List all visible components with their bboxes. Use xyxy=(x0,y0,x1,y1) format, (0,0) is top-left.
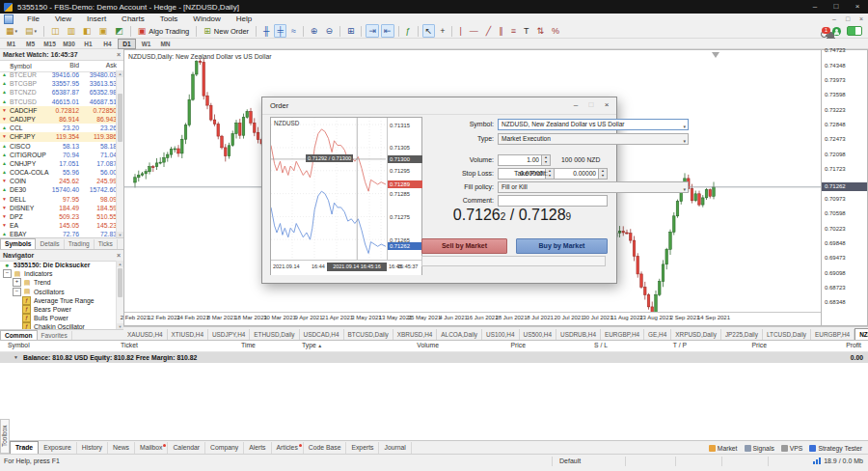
toolbox-tab-alerts[interactable]: Alerts xyxy=(244,442,271,454)
market-watch-row[interactable]: ▲CNHJPY17.05117.087 xyxy=(0,159,117,168)
timeframe-m1[interactable]: M1 xyxy=(2,39,20,49)
market-watch-row[interactable]: ▼CHFJPY119.354119.386 xyxy=(0,132,117,141)
restore-button[interactable]: □ xyxy=(826,0,847,14)
column-header-ticket[interactable]: Ticket xyxy=(121,342,138,348)
chart-window-icon[interactable] xyxy=(4,14,14,24)
navigator-item[interactable]: −▤Indicators xyxy=(0,269,117,278)
fibonacci-button[interactable]: ≡ xyxy=(508,24,519,38)
market-watch-row[interactable]: ▲BTCUSD46615.0146687.51 xyxy=(0,97,117,106)
column-header-volume[interactable]: Volume xyxy=(417,342,439,348)
toolbox-tab-exposure[interactable]: Exposure xyxy=(39,442,77,454)
fill-policy-select[interactable]: Fill or Kill ▾ xyxy=(498,181,689,193)
menu-charts[interactable]: Charts xyxy=(114,14,152,24)
order-dialog-titlebar[interactable]: Order – □ × xyxy=(262,97,616,115)
market-watch-tab-symbols[interactable]: Symbols xyxy=(0,238,36,249)
market-watch-row[interactable]: ▼CADJPY86.91486.943 xyxy=(0,115,117,124)
market-watch-row[interactable]: ▲CISCO58.1358.18 xyxy=(0,142,117,151)
market-watch-scrollbar[interactable]: ▲ ▼ xyxy=(116,70,123,238)
dialog-minimize-button[interactable]: – xyxy=(568,97,583,113)
bar-chart-mode-button[interactable]: ╫ xyxy=(260,24,272,38)
column-header-time[interactable]: Time xyxy=(241,342,256,348)
indicators-button[interactable]: ƒ xyxy=(403,24,414,38)
menu-help[interactable]: Help xyxy=(229,14,259,24)
toolbox-tab-history[interactable]: History xyxy=(77,442,108,454)
toolbox-tab-news[interactable]: News xyxy=(108,442,135,454)
toolbox-tab-code-base[interactable]: Code Base xyxy=(304,442,347,454)
spin-down-icon[interactable]: ▼ xyxy=(542,160,550,165)
column-ask[interactable]: Ask xyxy=(80,62,117,69)
market-watch-row[interactable]: ▼COIN245.62245.99 xyxy=(0,177,117,185)
order-type-select[interactable]: Market Execution ▾ xyxy=(498,133,689,145)
chart-shift-button[interactable]: ⇤ xyxy=(381,24,394,38)
panel-button-signals[interactable]: Signals xyxy=(745,445,774,452)
menu-window[interactable]: Window xyxy=(185,14,228,24)
profiles-button[interactable]: ▤▾ xyxy=(22,24,40,38)
navigator-item[interactable]: ƒAverage True Range xyxy=(0,296,117,305)
text-button[interactable]: T xyxy=(521,24,532,38)
volume-stepper[interactable]: ▲▼ xyxy=(542,154,551,166)
collapse-chevron-icon[interactable]: ▼ xyxy=(14,352,18,363)
column-header-price[interactable]: Price xyxy=(511,342,527,348)
toolbox-tab-trade[interactable]: Trade xyxy=(10,441,39,455)
market-watch-row[interactable]: ▼EA145.05145.23 xyxy=(0,221,117,230)
toolbox-tab-company[interactable]: Company xyxy=(205,442,244,454)
navigator-toggle[interactable]: ◧ xyxy=(80,24,95,38)
navigator-item[interactable]: ƒBears Power xyxy=(0,305,117,314)
toolbox-tab-experts[interactable]: Experts xyxy=(346,442,379,454)
equidistant-channel-button[interactable]: ∥ xyxy=(496,24,506,38)
toolbox-side-tab[interactable]: Toolbox xyxy=(0,419,10,454)
horizontal-line-button[interactable]: — xyxy=(467,24,481,38)
toolbox-tab-journal[interactable]: Journal xyxy=(379,442,411,454)
market-watch-row[interactable]: ▼DELL97.9598.09 xyxy=(0,195,117,204)
minimize-button[interactable]: – xyxy=(804,0,826,14)
status-profile[interactable]: Default xyxy=(559,457,581,464)
market-watch-row[interactable]: ▲BTCEUR39416.0639480.03 xyxy=(0,70,117,79)
trendline-button[interactable]: ╱ xyxy=(483,24,494,38)
buy-by-market-button[interactable]: Buy by Market xyxy=(516,238,608,254)
timeframe-m15[interactable]: M15 xyxy=(41,39,59,49)
algo-trading-button[interactable]: ▣Algo Trading xyxy=(135,24,193,38)
candlestick-mode-button[interactable]: ╪ xyxy=(274,24,285,38)
arrows-button[interactable]: ⇅ xyxy=(533,24,547,38)
zoom-in-button[interactable]: ⊕ xyxy=(308,24,321,38)
market-watch-row[interactable]: ▲BTCNZD65387.8765352.98 xyxy=(0,88,117,97)
timeframe-h1[interactable]: H1 xyxy=(79,39,97,49)
volume-input[interactable]: 1.00 xyxy=(498,154,542,166)
auto-scroll-button[interactable]: ⇥ xyxy=(366,24,379,38)
market-watch-tab-details[interactable]: Details xyxy=(36,239,64,249)
toolbox-tab-calendar[interactable]: Calendar xyxy=(168,442,205,454)
balance-row[interactable]: ▼ Balance: 810.82 USD Equity: 810.82 Fre… xyxy=(0,352,868,363)
sell-by-market-button[interactable]: Sell by Market xyxy=(421,238,507,254)
symbol-select[interactable]: NZDUSD, New Zealand Dollar vs US Dollar … xyxy=(498,119,689,130)
toolbox-tab-articles[interactable]: Articles xyxy=(272,442,304,454)
market-watch-toggle[interactable]: ◫ xyxy=(48,24,63,38)
menu-insert[interactable]: Insert xyxy=(79,14,114,24)
column-bid[interactable]: Bid xyxy=(35,62,79,69)
tile-windows-button[interactable]: ⊞ xyxy=(344,24,358,38)
market-watch-row[interactable]: ▼DISNEY184.49184.59 xyxy=(0,204,117,212)
market-watch-row[interactable]: ▲COCA-COLA55.9656.00 xyxy=(0,168,117,177)
close-icon[interactable]: × xyxy=(117,51,121,58)
panel-button-market[interactable]: Market xyxy=(709,445,738,452)
market-watch-row[interactable]: ▼CADCHF0.728120.72850 xyxy=(0,106,117,115)
timeframe-h4[interactable]: H4 xyxy=(98,39,117,49)
zoom-out-button[interactable]: ⊖ xyxy=(322,24,336,38)
market-watch-row[interactable]: ▼DPZ509.23510.55 xyxy=(0,212,117,221)
child-restore-button[interactable]: □ xyxy=(841,14,854,24)
column-header-profit[interactable]: Profit xyxy=(846,342,861,348)
timeframe-m5[interactable]: M5 xyxy=(21,39,40,49)
tree-collapse-icon[interactable]: − xyxy=(3,269,12,278)
toolbox-toggle[interactable]: ▣ xyxy=(96,24,111,38)
market-watch-tab-trading[interactable]: Trading xyxy=(65,239,95,249)
market-watch-tab-ticks[interactable]: Ticks xyxy=(95,239,118,249)
child-minimize-button[interactable]: – xyxy=(827,14,841,24)
menu-tools[interactable]: Tools xyxy=(152,14,186,24)
navigator-item[interactable]: ƒBulls Power xyxy=(0,314,117,322)
crosshair-button[interactable]: + xyxy=(437,24,448,38)
tree-collapse-icon[interactable]: − xyxy=(13,288,21,296)
market-watch-row[interactable]: ▲DE3015740.4015742.60 xyxy=(0,185,117,194)
market-watch-row[interactable]: ▲CITIGROUP70.9471.04 xyxy=(0,151,117,159)
child-close-button[interactable]: × xyxy=(854,14,868,24)
tree-expand-icon[interactable]: + xyxy=(13,278,21,287)
timeframe-m30[interactable]: M30 xyxy=(60,39,78,49)
